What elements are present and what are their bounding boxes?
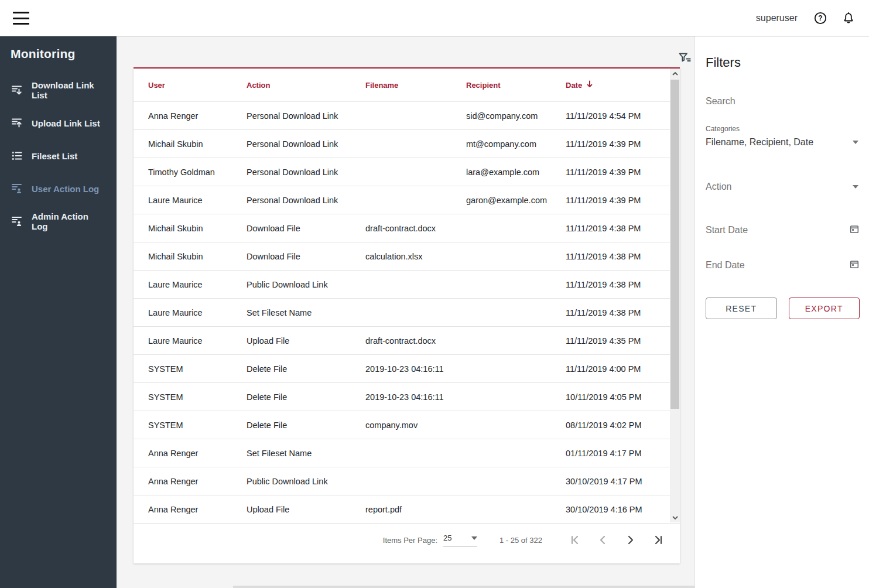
cell-filename: calculation.xlsx xyxy=(365,252,466,261)
sidebar-item-fileset-list[interactable]: Fileset List xyxy=(0,139,117,172)
cell-user: Laure Maurice xyxy=(148,280,247,289)
cell-action: Upload File xyxy=(247,505,365,514)
cell-recipient: sid@company.com xyxy=(466,111,566,121)
cell-action: Personal Download Link xyxy=(247,196,365,205)
cell-date: 11/11/2019 4:38 PM xyxy=(566,308,668,317)
table-row: SYSTEMDelete Filecompany.mov08/11/2019 4… xyxy=(134,411,680,439)
table-row: Laure MauriceUpload Filedraft-contract.d… xyxy=(134,327,680,355)
filters-panel: Filters Search Categories Filename, Reci… xyxy=(694,36,869,588)
chevron-down-icon xyxy=(853,141,858,144)
admin-log-icon xyxy=(11,215,23,228)
cell-user: Laure Maurice xyxy=(148,308,247,317)
cell-action: Delete File xyxy=(247,421,365,430)
cell-date: 11/11/2019 4:39 PM xyxy=(566,167,668,177)
export-button[interactable]: EXPORT xyxy=(789,298,860,319)
pagination-range: 1 - 25 of 322 xyxy=(499,536,542,545)
column-header-filename[interactable]: Filename xyxy=(365,81,466,90)
cell-user: SYSTEM xyxy=(148,421,247,430)
cell-action: Upload File xyxy=(247,336,365,346)
notifications-bell-icon[interactable] xyxy=(841,11,856,26)
cell-user: Anna Renger xyxy=(148,505,247,514)
topbar: superuser ? xyxy=(0,0,869,36)
menu-icon[interactable] xyxy=(13,12,29,25)
column-header-user[interactable]: User xyxy=(148,81,247,90)
cell-action: Download File xyxy=(247,252,365,261)
action-placeholder: Action xyxy=(706,182,731,192)
user-action-log-table: User Action Filename Recipient Date Anna… xyxy=(134,67,680,563)
categories-value: Filename, Recipient, Date xyxy=(706,137,813,148)
cell-filename: 2019-10-23 04:16:11 xyxy=(365,392,466,402)
sidebar-item-label: User Action Log xyxy=(32,184,99,194)
next-page-button[interactable] xyxy=(624,534,637,546)
bottom-edge-divider xyxy=(233,586,694,588)
download-list-icon xyxy=(11,84,23,97)
username: superuser xyxy=(756,13,798,23)
previous-page-button[interactable] xyxy=(596,534,609,546)
start-date-input[interactable]: Start Date xyxy=(706,224,860,242)
sidebar-item-download-link-list[interactable]: Download Link List xyxy=(0,74,117,107)
sidebar-item-admin-action-log[interactable]: Admin Action Log xyxy=(0,205,117,238)
column-header-action[interactable]: Action xyxy=(247,81,365,90)
cell-user: SYSTEM xyxy=(148,392,247,402)
cell-action: Download File xyxy=(247,224,365,233)
action-select[interactable]: Action xyxy=(706,182,860,198)
last-page-button[interactable] xyxy=(652,534,665,546)
scroll-up-icon[interactable] xyxy=(670,69,680,78)
items-per-page-select[interactable]: 25 xyxy=(443,534,477,546)
cell-date: 30/10/2019 4:17 PM xyxy=(566,477,668,486)
sidebar-title: Monitoring xyxy=(0,47,117,61)
search-placeholder: Search xyxy=(706,96,735,106)
table-row: Michail SkubinDownload Filedraft-contrac… xyxy=(134,214,680,242)
cell-filename: draft-contract.docx xyxy=(365,224,466,233)
cell-user: Timothy Goldman xyxy=(148,167,247,177)
fileset-list-icon xyxy=(11,149,23,162)
help-icon[interactable]: ? xyxy=(813,11,828,26)
table-row: Anna RengerPublic Download Link30/10/201… xyxy=(134,467,680,495)
scrollbar-thumb[interactable] xyxy=(670,80,679,409)
first-page-button[interactable] xyxy=(568,534,581,546)
items-per-page-label: Items Per Page: xyxy=(383,536,437,545)
sidebar-item-label: Fileset List xyxy=(32,151,77,161)
cell-user: Anna Renger xyxy=(148,449,247,458)
table-scrollbar[interactable] xyxy=(670,69,680,522)
cell-filename: company.mov xyxy=(365,421,466,430)
cell-action: Personal Download Link xyxy=(247,139,365,149)
cell-date: 01/11/2019 4:17 PM xyxy=(566,449,668,458)
table-row: Anna RengerSet Fileset Name01/11/2019 4:… xyxy=(134,439,680,467)
table-row: Laure MauricePersonal Download Linkgaron… xyxy=(134,186,680,214)
cell-user: SYSTEM xyxy=(148,364,247,374)
table-row: SYSTEMDelete File2019-10-23 04:16:1111/1… xyxy=(134,355,680,383)
search-input[interactable]: Search xyxy=(706,96,860,112)
cell-user: Michail Skubin xyxy=(148,252,247,261)
user-log-icon xyxy=(11,182,23,195)
cell-action: Delete File xyxy=(247,364,365,374)
sidebar: Monitoring Download Link List Upload Lin… xyxy=(0,36,117,588)
categories-select[interactable]: Filename, Recipient, Date xyxy=(706,137,860,153)
cell-recipient: garon@example.com xyxy=(466,196,566,205)
cell-action: Personal Download Link xyxy=(247,167,365,177)
table-row: Michail SkubinDownload Filecalculation.x… xyxy=(134,242,680,271)
table-row: Anna RengerUpload Filereport.pdf30/10/20… xyxy=(134,495,680,524)
end-date-input[interactable]: End Date xyxy=(706,259,860,278)
cell-recipient: mt@company.com xyxy=(466,139,566,149)
filter-list-icon[interactable] xyxy=(678,52,691,64)
start-date-placeholder: Start Date xyxy=(706,225,748,235)
cell-filename: 2019-10-23 04:16:11 xyxy=(365,364,466,374)
scroll-down-icon[interactable] xyxy=(670,512,680,522)
cell-user: Anna Renger xyxy=(148,111,247,121)
column-header-date[interactable]: Date xyxy=(566,80,668,90)
reset-button[interactable]: RESET xyxy=(706,298,777,319)
cell-action: Public Download Link xyxy=(247,477,365,486)
cell-date: 11/11/2019 4:54 PM xyxy=(566,111,668,121)
svg-text:?: ? xyxy=(818,14,822,22)
column-header-recipient[interactable]: Recipient xyxy=(466,81,566,90)
cell-date: 10/11/2019 4:05 PM xyxy=(566,392,668,402)
cell-user: Michail Skubin xyxy=(148,224,247,233)
categories-label: Categories xyxy=(706,125,860,133)
cell-date: 11/11/2019 4:39 PM xyxy=(566,139,668,149)
cell-action: Set Fileset Name xyxy=(247,308,365,317)
sidebar-item-upload-link-list[interactable]: Upload Link List xyxy=(0,107,117,139)
filters-title: Filters xyxy=(706,55,860,70)
sidebar-item-label: Admin Action Log xyxy=(32,211,106,231)
sidebar-item-user-action-log[interactable]: User Action Log xyxy=(0,172,117,205)
